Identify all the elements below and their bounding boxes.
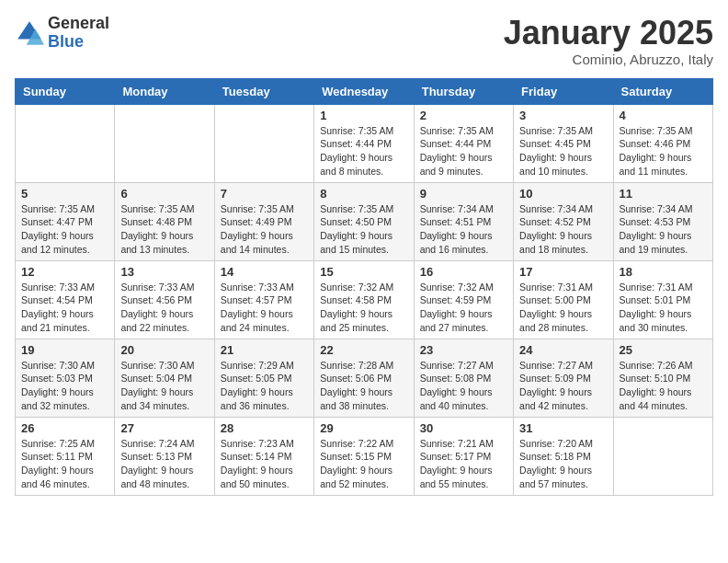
day-number: 6 — [120, 187, 208, 201]
day-number: 26 — [21, 421, 108, 435]
day-number: 22 — [320, 343, 407, 357]
day-info: Sunrise: 7:27 AM Sunset: 5:09 PM Dayligh… — [519, 359, 607, 413]
calendar-cell: 19Sunrise: 7:30 AM Sunset: 5:03 PM Dayli… — [16, 339, 115, 417]
day-info: Sunrise: 7:33 AM Sunset: 4:57 PM Dayligh… — [221, 281, 308, 335]
calendar-cell: 14Sunrise: 7:33 AM Sunset: 4:57 PM Dayli… — [214, 260, 313, 339]
day-number: 28 — [221, 421, 308, 435]
day-info: Sunrise: 7:33 AM Sunset: 4:54 PM Dayligh… — [21, 281, 108, 335]
month-title: January 2025 — [504, 15, 713, 52]
calendar-cell: 28Sunrise: 7:23 AM Sunset: 5:14 PM Dayli… — [214, 417, 313, 495]
day-number: 25 — [620, 343, 707, 357]
calendar-cell: 5Sunrise: 7:35 AM Sunset: 4:47 PM Daylig… — [16, 182, 115, 260]
logo: General Blue — [15, 15, 109, 52]
calendar-cell: 15Sunrise: 7:32 AM Sunset: 4:58 PM Dayli… — [314, 260, 414, 339]
calendar-cell: 16Sunrise: 7:32 AM Sunset: 4:59 PM Dayli… — [414, 260, 513, 339]
day-number: 30 — [420, 421, 507, 435]
day-number: 1 — [320, 109, 407, 122]
calendar-cell: 29Sunrise: 7:22 AM Sunset: 5:15 PM Dayli… — [314, 417, 414, 495]
calendar-cell: 21Sunrise: 7:29 AM Sunset: 5:05 PM Dayli… — [214, 339, 313, 417]
calendar-week-row: 26Sunrise: 7:25 AM Sunset: 5:11 PM Dayli… — [16, 417, 713, 495]
day-number: 21 — [221, 343, 308, 357]
day-number: 12 — [21, 265, 108, 279]
calendar-cell: 31Sunrise: 7:20 AM Sunset: 5:18 PM Dayli… — [514, 417, 613, 495]
day-info: Sunrise: 7:29 AM Sunset: 5:05 PM Dayligh… — [221, 359, 308, 413]
calendar-cell: 17Sunrise: 7:31 AM Sunset: 5:00 PM Dayli… — [514, 260, 613, 339]
calendar-cell: 8Sunrise: 7:35 AM Sunset: 4:50 PM Daylig… — [314, 182, 414, 260]
weekday-header: Thursday — [414, 78, 513, 104]
logo-icon — [15, 18, 44, 48]
weekday-header: Saturday — [613, 78, 712, 104]
day-number: 24 — [519, 343, 607, 357]
day-info: Sunrise: 7:35 AM Sunset: 4:44 PM Dayligh… — [420, 124, 507, 178]
day-info: Sunrise: 7:26 AM Sunset: 5:10 PM Dayligh… — [620, 359, 707, 413]
day-number: 13 — [120, 265, 208, 279]
weekday-header: Wednesday — [314, 78, 414, 104]
day-info: Sunrise: 7:33 AM Sunset: 4:56 PM Dayligh… — [120, 281, 208, 335]
day-info: Sunrise: 7:28 AM Sunset: 5:06 PM Dayligh… — [320, 359, 407, 413]
day-info: Sunrise: 7:22 AM Sunset: 5:15 PM Dayligh… — [320, 437, 407, 491]
day-number: 7 — [221, 187, 308, 201]
day-number: 27 — [120, 421, 208, 435]
day-number: 19 — [21, 343, 108, 357]
calendar-cell: 13Sunrise: 7:33 AM Sunset: 4:56 PM Dayli… — [115, 260, 214, 339]
day-info: Sunrise: 7:31 AM Sunset: 5:01 PM Dayligh… — [620, 281, 707, 335]
calendar-week-row: 19Sunrise: 7:30 AM Sunset: 5:03 PM Dayli… — [16, 339, 713, 417]
day-info: Sunrise: 7:34 AM Sunset: 4:52 PM Dayligh… — [519, 202, 607, 257]
day-info: Sunrise: 7:34 AM Sunset: 4:51 PM Dayligh… — [420, 202, 507, 257]
day-number: 10 — [519, 187, 607, 201]
day-number: 9 — [420, 187, 507, 201]
calendar-cell: 20Sunrise: 7:30 AM Sunset: 5:04 PM Dayli… — [115, 339, 214, 417]
calendar-cell — [613, 417, 712, 495]
day-number: 31 — [519, 421, 607, 435]
weekday-header: Monday — [115, 78, 214, 104]
calendar-cell: 18Sunrise: 7:31 AM Sunset: 5:01 PM Dayli… — [613, 260, 712, 339]
day-info: Sunrise: 7:25 AM Sunset: 5:11 PM Dayligh… — [21, 437, 108, 491]
calendar-cell: 24Sunrise: 7:27 AM Sunset: 5:09 PM Dayli… — [514, 339, 613, 417]
logo-text: General Blue — [48, 15, 109, 52]
day-info: Sunrise: 7:35 AM Sunset: 4:45 PM Dayligh… — [519, 124, 607, 178]
day-number: 23 — [420, 343, 507, 357]
calendar-cell — [115, 104, 214, 182]
page-header: General Blue January 2025 Cominio, Abruz… — [15, 15, 713, 67]
day-info: Sunrise: 7:35 AM Sunset: 4:47 PM Dayligh… — [21, 202, 108, 257]
weekday-header: Sunday — [16, 78, 115, 104]
calendar-cell: 11Sunrise: 7:34 AM Sunset: 4:53 PM Dayli… — [613, 182, 712, 260]
calendar-cell: 9Sunrise: 7:34 AM Sunset: 4:51 PM Daylig… — [414, 182, 513, 260]
calendar-cell: 3Sunrise: 7:35 AM Sunset: 4:45 PM Daylig… — [514, 104, 613, 182]
calendar-cell: 27Sunrise: 7:24 AM Sunset: 5:13 PM Dayli… — [115, 417, 214, 495]
logo-blue: Blue — [48, 33, 109, 52]
day-number: 4 — [620, 109, 707, 122]
title-section: January 2025 Cominio, Abruzzo, Italy — [504, 15, 713, 67]
day-number: 3 — [519, 109, 607, 122]
weekday-header: Friday — [514, 78, 613, 104]
weekday-header: Tuesday — [214, 78, 313, 104]
calendar-cell: 23Sunrise: 7:27 AM Sunset: 5:08 PM Dayli… — [414, 339, 513, 417]
day-info: Sunrise: 7:35 AM Sunset: 4:49 PM Dayligh… — [221, 202, 308, 257]
day-info: Sunrise: 7:34 AM Sunset: 4:53 PM Dayligh… — [620, 202, 707, 257]
calendar-cell: 26Sunrise: 7:25 AM Sunset: 5:11 PM Dayli… — [16, 417, 115, 495]
day-number: 20 — [120, 343, 208, 357]
day-number: 29 — [320, 421, 407, 435]
day-number: 16 — [420, 265, 507, 279]
day-number: 2 — [420, 109, 507, 122]
day-info: Sunrise: 7:30 AM Sunset: 5:03 PM Dayligh… — [21, 359, 108, 413]
logo-general: General — [48, 15, 109, 33]
day-number: 15 — [320, 265, 407, 279]
day-number: 17 — [519, 265, 607, 279]
day-info: Sunrise: 7:30 AM Sunset: 5:04 PM Dayligh… — [120, 359, 208, 413]
day-info: Sunrise: 7:21 AM Sunset: 5:17 PM Dayligh… — [420, 437, 507, 491]
location-subtitle: Cominio, Abruzzo, Italy — [504, 52, 713, 67]
calendar-cell: 1Sunrise: 7:35 AM Sunset: 4:44 PM Daylig… — [314, 104, 414, 182]
day-number: 14 — [221, 265, 308, 279]
day-info: Sunrise: 7:32 AM Sunset: 4:58 PM Dayligh… — [320, 281, 407, 335]
weekday-header-row: SundayMondayTuesdayWednesdayThursdayFrid… — [16, 78, 713, 104]
calendar-cell: 12Sunrise: 7:33 AM Sunset: 4:54 PM Dayli… — [16, 260, 115, 339]
calendar-cell: 25Sunrise: 7:26 AM Sunset: 5:10 PM Dayli… — [613, 339, 712, 417]
calendar-cell: 7Sunrise: 7:35 AM Sunset: 4:49 PM Daylig… — [214, 182, 313, 260]
calendar-cell: 22Sunrise: 7:28 AM Sunset: 5:06 PM Dayli… — [314, 339, 414, 417]
day-info: Sunrise: 7:31 AM Sunset: 5:00 PM Dayligh… — [519, 281, 607, 335]
calendar-table: SundayMondayTuesdayWednesdayThursdayFrid… — [15, 78, 713, 496]
day-info: Sunrise: 7:35 AM Sunset: 4:48 PM Dayligh… — [120, 202, 208, 257]
day-info: Sunrise: 7:32 AM Sunset: 4:59 PM Dayligh… — [420, 281, 507, 335]
calendar-cell: 2Sunrise: 7:35 AM Sunset: 4:44 PM Daylig… — [414, 104, 513, 182]
